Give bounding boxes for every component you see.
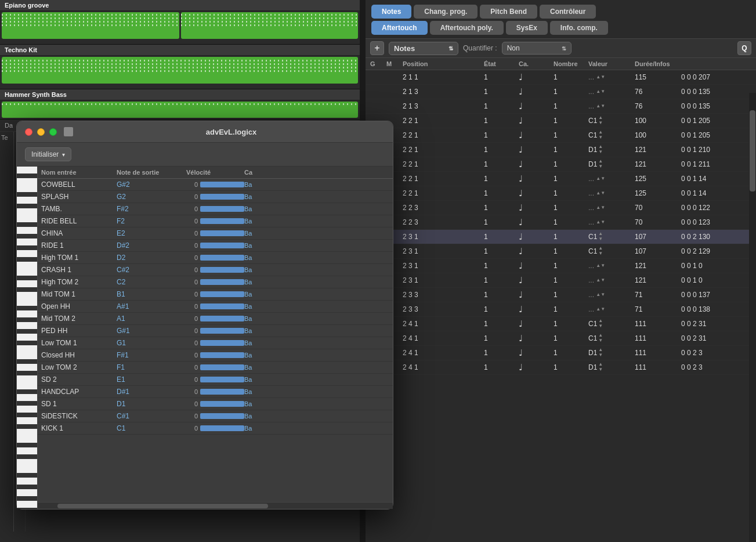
row-name: HANDCLAP [41, 388, 117, 396]
dialog-table-row[interactable]: SiDESTICK C#1 0 Ba [38, 410, 393, 422]
dialog-table-row[interactable]: RIDE 1 D#2 0 Ba [38, 240, 393, 252]
row-channel: Ba [244, 388, 279, 395]
midi-table-row[interactable]: 2 4 1 1 ♩ 1 C1 ▲▼ 111 0 0 2 31 [366, 317, 756, 331]
track-pattern-techno[interactable] [2, 57, 358, 84]
ca-cell: 1 [554, 291, 588, 299]
minimize-button[interactable] [37, 128, 45, 136]
dialog-table-row[interactable]: High TOM 1 D2 0 Ba [38, 252, 393, 264]
pos-cell: 2 2 1 [403, 189, 484, 197]
add-event-button[interactable]: + [370, 41, 384, 55]
dialog-table-row[interactable]: Low TOM 1 G1 0 Ba [38, 337, 393, 349]
v-scrollbar-thumb[interactable] [750, 110, 755, 191]
midi-table-row[interactable]: 2 4 1 1 ♩ 1 D1 ▲▼ 111 0 0 2 3 [366, 360, 756, 375]
stepper-arrows[interactable]: ▲▼ [596, 307, 605, 312]
dialog-table-row[interactable]: SD 2 E1 0 Ba [38, 374, 393, 386]
stepper-arrows[interactable]: ▲▼ [598, 115, 603, 126]
midi-table-row[interactable]: 2 2 1 1 ♩ 1 D1 ▲▼ 121 0 0 1 211 [366, 157, 756, 172]
velocity-bar-graphic [200, 413, 244, 419]
stepper-arrows[interactable]: ▲▼ [596, 205, 605, 211]
midi-table-row[interactable]: 2 1 3 1 ♩ 1 ... ▲▼ 76 0 0 0 135 [366, 85, 756, 99]
row-channel: Ba [244, 230, 279, 237]
dialog-table-row[interactable]: Open HH A#1 0 Ba [38, 301, 393, 313]
midi-table-row[interactable]: 2 1 3 1 ♩ 1 ... ▲▼ 76 0 0 0 135 [366, 99, 756, 114]
midi-table-row[interactable]: 2 4 1 1 ♩ 1 C1 ▲▼ 111 0 0 2 31 [366, 331, 756, 346]
midi-table-row[interactable]: 2 2 1 1 ♩ 1 ... ▲▼ 125 0 0 1 14 [366, 186, 756, 201]
non-dropdown[interactable]: Non ⇅ [502, 42, 571, 55]
midi-table-row[interactable]: 2 3 1 1 ♩ 1 ... ▲▼ 121 0 0 1 0 [366, 273, 756, 288]
h-scrollbar[interactable] [38, 502, 393, 509]
h-scrollbar-thumb[interactable] [57, 504, 267, 508]
nombre-cell: ... ▲▼ [588, 189, 635, 197]
dialog-table-row[interactable]: HANDCLAP D#1 0 Ba [38, 386, 393, 398]
stepper-arrows[interactable]: ▲▼ [598, 333, 603, 344]
stepper-arrows[interactable]: ▲▼ [598, 130, 603, 140]
stepper-arrows[interactable]: ▲▼ [596, 278, 605, 283]
btn-notes[interactable]: Notes [371, 5, 411, 19]
v-scrollbar[interactable] [749, 93, 756, 542]
midi-table-row[interactable]: 2 2 3 1 ♩ 1 ... ▲▼ 70 0 0 0 122 [366, 201, 756, 215]
dialog-table-row[interactable]: Low TOM 2 F1 0 Ba [38, 362, 393, 374]
dialog-table-row[interactable]: Closed HH F#1 0 Ba [38, 349, 393, 362]
row-channel: Ba [244, 218, 279, 225]
dialog-table-row[interactable]: COWBELL G#2 0 Ba [38, 179, 393, 191]
nombre-cell: D1 ▲▼ [588, 159, 635, 169]
btn-aftertouch[interactable]: Aftertouch [371, 21, 428, 35]
close-button[interactable] [25, 128, 32, 136]
stepper-arrows[interactable]: ▲▼ [596, 191, 605, 196]
stepper-arrows[interactable]: ▲▼ [598, 348, 603, 358]
track-pattern-hammer[interactable] [2, 102, 358, 118]
q-button[interactable]: Q [737, 41, 751, 55]
maximize-button[interactable] [49, 128, 57, 136]
btn-chang-prog[interactable]: Chang. prog. [414, 5, 478, 19]
btn-pitch-bend[interactable]: Pitch Bend [480, 5, 537, 19]
btn-info-comp[interactable]: Info. comp. [550, 21, 608, 35]
stepper-arrows[interactable]: ▲▼ [596, 89, 605, 95]
duree-cell: 0 0 0 138 [681, 305, 756, 313]
midi-table-row[interactable]: 2 1 1 1 ♩ 1 ... ▲▼ 115 0 0 0 207 [366, 70, 756, 85]
dialog-table-row[interactable]: KICK 1 C1 0 Ba [38, 422, 393, 435]
midi-table-row[interactable]: 2 3 1 1 ♩ 1 C1 ▲▼ 107 0 0 2 129 [366, 244, 756, 259]
stepper-arrows[interactable]: ▲▼ [596, 176, 605, 182]
stepper-arrows[interactable]: ▲▼ [596, 292, 605, 298]
stepper-arrows[interactable]: ▲▼ [598, 232, 603, 242]
velocity-bar-graphic [200, 291, 244, 297]
stepper-arrows[interactable]: ▲▼ [598, 362, 603, 373]
midi-table-row[interactable]: 2 2 3 1 ♩ 1 ... ▲▼ 70 0 0 0 123 [366, 215, 756, 230]
stepper-arrows[interactable]: ▲▼ [596, 104, 605, 109]
btn-aftertouch-poly[interactable]: Aftertouch poly. [430, 21, 504, 35]
dialog-table-row[interactable]: High TOM 2 C2 0 Ba [38, 276, 393, 288]
midi-table-row[interactable]: 2 2 1 1 ♩ 1 ... ▲▼ 125 0 0 1 14 [366, 172, 756, 186]
dialog-table-row[interactable]: SD 1 D1 0 Ba [38, 398, 393, 410]
row-name: Mid TOM 2 [41, 315, 117, 323]
stepper-arrows[interactable]: ▲▼ [598, 319, 603, 329]
midi-table-row[interactable]: 2 2 1 1 ♩ 1 C1 ▲▼ 100 0 0 1 205 [366, 114, 756, 128]
dialog-table-row[interactable]: CHINA E2 0 Ba [38, 227, 393, 240]
stepper-arrows[interactable]: ▲▼ [598, 246, 603, 256]
midi-table-row[interactable]: 2 3 1 1 ♩ 1 C1 ▲▼ 107 0 0 2 130 [366, 230, 756, 244]
stepper-arrows[interactable]: ▲▼ [598, 159, 603, 169]
dialog-table-row[interactable]: PED HH G#1 0 Ba [38, 325, 393, 337]
dialog-table-row[interactable]: Mid TOM 1 B1 0 Ba [38, 288, 393, 301]
notes-type-dropdown[interactable]: Notes ⇅ [389, 42, 458, 55]
midi-table-row[interactable]: 2 2 1 1 ♩ 1 D1 ▲▼ 121 0 0 1 210 [366, 143, 756, 157]
row-channel: Ba [244, 291, 279, 298]
btn-controleur[interactable]: Contrôleur [540, 5, 596, 19]
dialog-table-row[interactable]: CRASH 1 C#2 0 Ba [38, 264, 393, 276]
btn-sysex[interactable]: SysEx [506, 21, 548, 35]
stepper-arrows[interactable]: ▲▼ [596, 263, 605, 269]
etat-cell: 1 [484, 233, 519, 241]
track-pattern-epiano[interactable] [2, 12, 358, 39]
dialog-table-row[interactable]: SPLASH G2 0 Ba [38, 191, 393, 203]
midi-table-row[interactable]: 2 3 3 1 ♩ 1 ... ▲▼ 71 0 0 0 138 [366, 302, 756, 317]
midi-table-row[interactable]: 2 3 1 1 ♩ 1 ... ▲▼ 121 0 0 1 0 [366, 259, 756, 273]
stepper-arrows[interactable]: ▲▼ [596, 75, 605, 80]
midi-table-row[interactable]: 2 3 3 1 ♩ 1 ... ▲▼ 71 0 0 0 137 [366, 288, 756, 302]
stepper-arrows[interactable]: ▲▼ [598, 144, 603, 155]
init-dropdown[interactable]: Initialiser ▾ [25, 147, 71, 161]
dialog-table-row[interactable]: TAMB. F#2 0 Ba [38, 203, 393, 215]
midi-table-row[interactable]: 2 4 1 1 ♩ 1 D1 ▲▼ 111 0 0 2 3 [366, 346, 756, 360]
midi-table-row[interactable]: 2 2 1 1 ♩ 1 C1 ▲▼ 100 0 0 1 205 [366, 128, 756, 143]
dialog-table-row[interactable]: Mid TOM 2 A1 0 Ba [38, 313, 393, 325]
stepper-arrows[interactable]: ▲▼ [596, 220, 605, 225]
dialog-table-row[interactable]: RIDE BELL F2 0 Ba [38, 215, 393, 227]
